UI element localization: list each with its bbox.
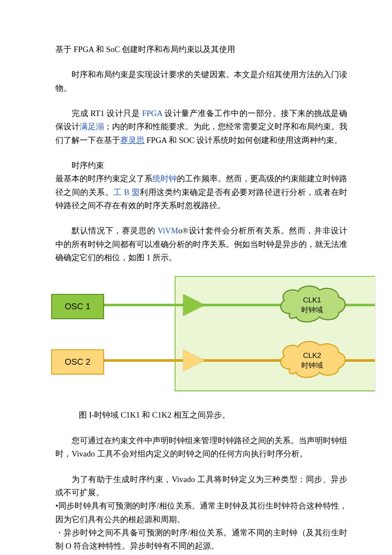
paragraph-6: 为了有助于生成时序约束，Vivado 工具将时钟定义为三种类型：同步、异步或不可… — [55, 473, 347, 500]
clk2-domain-label: 时钟域 — [301, 361, 323, 369]
link-vivado[interactable]: ViVM — [158, 226, 178, 235]
link-xilinx[interactable]: 赛灵思 — [120, 136, 144, 145]
osc1-box: OSC 1 — [51, 294, 104, 319]
buffer-icon-1 — [183, 294, 205, 316]
link-fpga[interactable]: FPGA — [142, 109, 162, 118]
paragraph-5: 您可通过在约束文件中声明时钟组来管理时钟路径之间的关系。当声明时钟组时，Viva… — [55, 434, 347, 461]
figure-caption: 图 I-时钟域 C1K1 和 C1K2 相互之间异步。 — [79, 408, 347, 421]
osc2-box: OSC 2 — [51, 349, 104, 375]
text: 最基本的时序约束定义了系 — [55, 174, 153, 183]
paragraph-4: 默认情况下，赛灵思的 ViVMo®设计套件会分析所有关系。然而，并非设计中的所有… — [55, 224, 347, 264]
clk2-domain-cloud: CLK2 时钟域 — [275, 339, 349, 380]
text: FPGA 和 SOC 设计系统时如何创建和使用这两种约束。 — [144, 136, 343, 145]
text: 默认情况下，赛灵思的 — [72, 226, 158, 235]
clk1-label: CLK1 — [303, 296, 321, 304]
clk1-domain-label: 时钟域 — [301, 306, 323, 314]
bullet-sync: •同步时钟具有可预测的时序/相位关系。通常主时钟及其衍生时钟符合这种特性，因为它… — [55, 499, 347, 526]
link-sysclock[interactable]: 统时钟 — [153, 174, 177, 183]
clock-domain-diagram: OSC 1 OSC 2 CLK1 时钟域 CLK2 时钟域 — [51, 276, 375, 391]
buffer-icon-2 — [183, 350, 205, 371]
link-manzu[interactable]: 满足溺 — [80, 122, 104, 131]
bullet-async: ・异步时钟之间不具备可预测的时序/相位关系。通常不同的主时钟（及其衍生时制 O … — [55, 526, 347, 553]
link-gongbmeng[interactable]: 工 B 盟 — [113, 188, 140, 197]
paragraph-3: 最基本的时序约束定义了系统时钟的工作频率。然而，更高级的约束能建立时钟路径之间的… — [55, 172, 347, 212]
intro-paragraph: 时序和布局约束是实现设计要求的关键因素。本文是介绍其使用方法的入门读物。 — [55, 68, 347, 95]
text: 完成 RT1 设计只是 — [72, 109, 142, 118]
heading-timing: 时序约束 — [55, 159, 347, 172]
clk2-label: CLK2 — [303, 352, 321, 360]
clk1-domain-cloud: CLK1 时钟域 — [275, 284, 349, 324]
document-title: 基于 FPGA 和 SoC 创建时序和布局约束以及其使用 — [55, 43, 347, 56]
paragraph-2: 完成 RT1 设计只是 FPGA 设计量产准备工作中的一部分。接下来的挑战是确保… — [55, 107, 347, 147]
